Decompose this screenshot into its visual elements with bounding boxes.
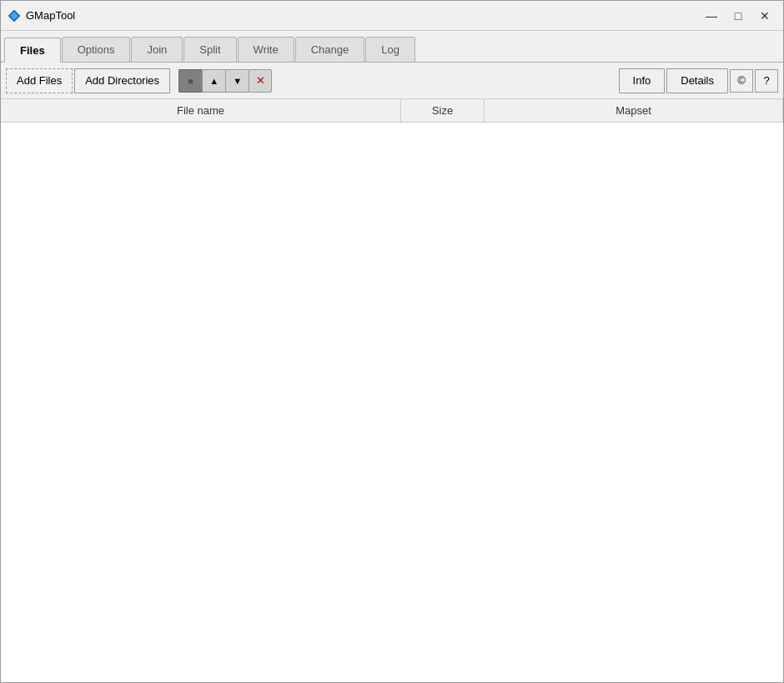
- maximize-button[interactable]: □: [726, 8, 750, 24]
- minimize-button[interactable]: —: [700, 8, 723, 24]
- move-up-button[interactable]: ▲: [202, 69, 225, 93]
- info-button[interactable]: Info: [619, 68, 666, 93]
- app-icon: [8, 9, 21, 23]
- add-files-button[interactable]: Add Files: [6, 68, 73, 93]
- tab-log[interactable]: Log: [365, 37, 415, 62]
- gray-square-button[interactable]: ■: [178, 69, 202, 93]
- file-action-group: ■ ▲ ▼ ✕: [178, 69, 272, 93]
- details-button[interactable]: Details: [666, 68, 728, 93]
- tab-change[interactable]: Change: [295, 37, 365, 62]
- table-body: [1, 123, 783, 682]
- right-buttons: Info Details © ?: [619, 68, 778, 93]
- column-header-filename: File name: [1, 99, 401, 122]
- delete-button[interactable]: ✕: [249, 69, 272, 93]
- tab-split[interactable]: Split: [183, 37, 236, 62]
- content-area: File name Size Mapset: [1, 99, 783, 682]
- window-title: GMapTool: [26, 9, 75, 22]
- tab-write[interactable]: Write: [238, 37, 294, 62]
- copyright-button[interactable]: ©: [730, 69, 753, 93]
- gray-square-icon: ■: [188, 76, 193, 86]
- toolbar: Add Files Add Directories ■ ▲ ▼ ✕ Info D…: [1, 63, 783, 99]
- close-button[interactable]: ✕: [753, 8, 776, 24]
- main-window: GMapTool — □ ✕ Files Options Join Split …: [0, 0, 784, 683]
- column-header-mapset: Mapset: [485, 99, 783, 122]
- tab-bar: Files Options Join Split Write Change Lo…: [1, 31, 783, 63]
- tab-files[interactable]: Files: [4, 38, 61, 63]
- title-bar-controls: — □ ✕: [700, 8, 776, 24]
- help-button[interactable]: ?: [755, 69, 778, 93]
- tab-join[interactable]: Join: [131, 37, 183, 62]
- title-bar: GMapTool — □ ✕: [1, 1, 783, 31]
- down-arrow-icon: ▼: [233, 76, 242, 86]
- delete-icon: ✕: [256, 74, 265, 87]
- table-header: File name Size Mapset: [1, 99, 783, 123]
- add-directories-button[interactable]: Add Directories: [74, 68, 170, 93]
- tab-options[interactable]: Options: [62, 37, 131, 62]
- column-header-size: Size: [401, 99, 485, 122]
- move-down-button[interactable]: ▼: [225, 69, 249, 93]
- up-arrow-icon: ▲: [209, 76, 219, 86]
- title-bar-left: GMapTool: [8, 9, 75, 23]
